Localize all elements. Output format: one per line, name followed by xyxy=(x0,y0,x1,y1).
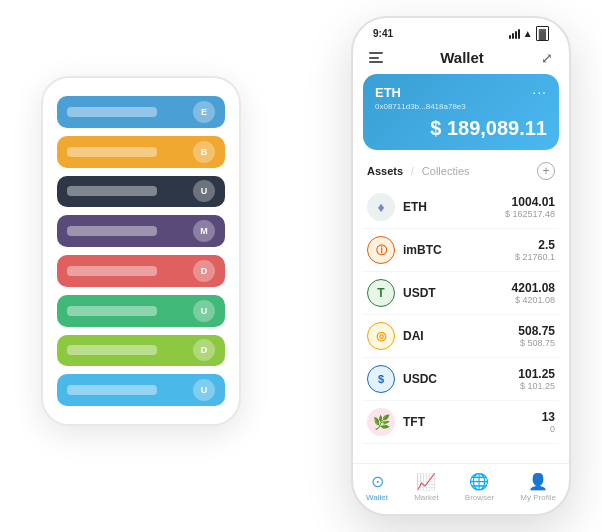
card-icon: U xyxy=(193,300,215,322)
asset-item-dai[interactable]: ◎ DAI 508.75 $ 508.75 xyxy=(363,315,559,358)
card-icon: E xyxy=(193,101,215,123)
tab-collecties[interactable]: Collecties xyxy=(422,165,470,177)
battery-icon: ▓ xyxy=(536,26,549,41)
market-nav-icon: 📈 xyxy=(416,472,436,491)
asset-name-imbtc: imBTC xyxy=(403,243,515,257)
status-icons: ▲ ▓ xyxy=(509,26,549,41)
asset-name-usdt: USDT xyxy=(403,286,512,300)
card-icon: D xyxy=(193,339,215,361)
usdc-amount: 101.25 xyxy=(518,367,555,381)
eth-amount: 1004.01 xyxy=(505,195,555,209)
background-phone: E B U M D U D U xyxy=(41,76,241,426)
tab-separator: / xyxy=(411,166,414,177)
eth-icon: ♦ xyxy=(367,193,395,221)
imbtc-amount: 2.5 xyxy=(515,238,555,252)
card-label xyxy=(67,306,157,316)
card-row[interactable]: D xyxy=(57,335,225,367)
eth-card[interactable]: ETH ··· 0x08711d3b...8418a78e3 $ 189,089… xyxy=(363,74,559,150)
card-row[interactable]: M xyxy=(57,215,225,247)
add-asset-button[interactable]: + xyxy=(537,162,555,180)
phone-header: Wallet ⤢ xyxy=(353,45,569,74)
asset-name-usdc: USDC xyxy=(403,372,518,386)
foreground-phone: 9:41 ▲ ▓ Wallet ⤢ xyxy=(351,16,571,516)
browser-nav-icon: 🌐 xyxy=(469,472,489,491)
card-label xyxy=(67,107,157,117)
asset-name-eth: ETH xyxy=(403,200,505,214)
card-label xyxy=(67,226,157,236)
wallet-nav-icon: ⊙ xyxy=(371,472,384,491)
card-icon: M xyxy=(193,220,215,242)
card-row[interactable]: U xyxy=(57,176,225,208)
asset-name-tft: TFT xyxy=(403,415,542,429)
asset-amounts-tft: 13 0 xyxy=(542,410,555,434)
menu-icon[interactable] xyxy=(369,52,383,63)
nav-browser[interactable]: 🌐 Browser xyxy=(465,472,494,502)
tft-usd: 0 xyxy=(542,424,555,434)
profile-nav-icon: 👤 xyxy=(528,472,548,491)
tft-icon: 🌿 xyxy=(367,408,395,436)
card-row[interactable]: E xyxy=(57,96,225,128)
asset-amounts-usdc: 101.25 $ 101.25 xyxy=(518,367,555,391)
card-label xyxy=(67,385,157,395)
wifi-icon: ▲ xyxy=(523,28,533,39)
card-label xyxy=(67,345,157,355)
profile-nav-label: My Profile xyxy=(520,493,556,502)
bottom-nav: ⊙ Wallet 📈 Market 🌐 Browser 👤 My Profile xyxy=(353,463,569,514)
asset-item-imbtc[interactable]: ⓘ imBTC 2.5 $ 21760.1 xyxy=(363,229,559,272)
eth-card-label: ETH xyxy=(375,85,401,100)
asset-amounts-eth: 1004.01 $ 162517.48 xyxy=(505,195,555,219)
eth-balance: $ 189,089.11 xyxy=(375,117,547,140)
eth-usd: $ 162517.48 xyxy=(505,209,555,219)
card-row[interactable]: U xyxy=(57,374,225,406)
asset-item-usdt[interactable]: T USDT 4201.08 $ 4201.08 xyxy=(363,272,559,315)
eth-card-header: ETH ··· xyxy=(375,84,547,100)
usdt-usd: $ 4201.08 xyxy=(512,295,555,305)
card-label xyxy=(67,266,157,276)
usdt-icon: T xyxy=(367,279,395,307)
page-title: Wallet xyxy=(440,49,484,66)
card-row[interactable]: B xyxy=(57,136,225,168)
card-row[interactable]: D xyxy=(57,255,225,287)
status-bar: 9:41 ▲ ▓ xyxy=(353,18,569,45)
card-label xyxy=(67,147,157,157)
asset-list: ♦ ETH 1004.01 $ 162517.48 ⓘ imBTC 2.5 $ … xyxy=(353,186,569,463)
tft-amount: 13 xyxy=(542,410,555,424)
dai-amount: 508.75 xyxy=(518,324,555,338)
wallet-nav-label: Wallet xyxy=(366,493,388,502)
assets-header: Assets / Collecties + xyxy=(353,158,569,186)
signal-icon xyxy=(509,29,520,39)
imbtc-icon: ⓘ xyxy=(367,236,395,264)
eth-address: 0x08711d3b...8418a78e3 xyxy=(375,102,547,111)
usdt-amount: 4201.08 xyxy=(512,281,555,295)
asset-item-usdc[interactable]: $ USDC 101.25 $ 101.25 xyxy=(363,358,559,401)
card-row[interactable]: U xyxy=(57,295,225,327)
asset-name-dai: DAI xyxy=(403,329,518,343)
asset-amounts-dai: 508.75 $ 508.75 xyxy=(518,324,555,348)
nav-profile[interactable]: 👤 My Profile xyxy=(520,472,556,502)
browser-nav-label: Browser xyxy=(465,493,494,502)
usdc-icon: $ xyxy=(367,365,395,393)
card-icon: U xyxy=(193,180,215,202)
card-icon: B xyxy=(193,141,215,163)
scene: E B U M D U D U xyxy=(21,16,581,516)
usdc-usd: $ 101.25 xyxy=(518,381,555,391)
card-label xyxy=(67,186,157,196)
status-time: 9:41 xyxy=(373,28,393,39)
market-nav-label: Market xyxy=(414,493,438,502)
asset-amounts-usdt: 4201.08 $ 4201.08 xyxy=(512,281,555,305)
card-icon: D xyxy=(193,260,215,282)
nav-wallet[interactable]: ⊙ Wallet xyxy=(366,472,388,502)
eth-card-menu[interactable]: ··· xyxy=(532,84,547,100)
asset-amounts-imbtc: 2.5 $ 21760.1 xyxy=(515,238,555,262)
imbtc-usd: $ 21760.1 xyxy=(515,252,555,262)
dai-usd: $ 508.75 xyxy=(518,338,555,348)
card-icon: U xyxy=(193,379,215,401)
expand-icon[interactable]: ⤢ xyxy=(541,50,553,66)
nav-market[interactable]: 📈 Market xyxy=(414,472,438,502)
dai-icon: ◎ xyxy=(367,322,395,350)
assets-tabs: Assets / Collecties xyxy=(367,165,470,177)
asset-item-eth[interactable]: ♦ ETH 1004.01 $ 162517.48 xyxy=(363,186,559,229)
asset-item-tft[interactable]: 🌿 TFT 13 0 xyxy=(363,401,559,444)
tab-assets[interactable]: Assets xyxy=(367,165,403,177)
